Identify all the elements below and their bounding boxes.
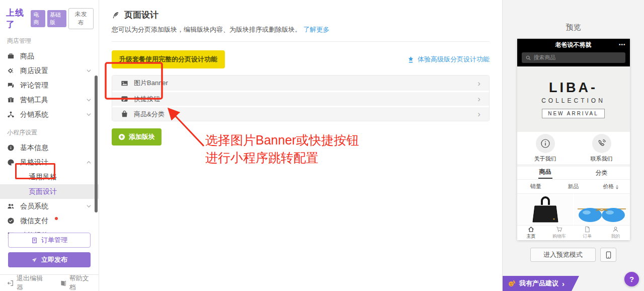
sidebar-item-label: 会员系统 [20,202,48,211]
sidebar-item-basic-info[interactable]: 基本信息 [0,140,99,155]
sidebar-item-products[interactable]: 商品 [0,49,99,63]
block-row-quick-buttons[interactable]: 快捷按钮 › [112,91,489,106]
badge-basic-plan: 基础版 [47,10,66,27]
block-list: 图片Banner › 快捷按钮 › 商品&分类 › [112,75,490,121]
order-doc-icon [584,226,591,233]
add-block-button[interactable]: 添加版块 [112,128,162,146]
image-icon [121,80,128,87]
shop-name: 老爸说不将就 [555,41,592,49]
learn-more-link[interactable]: 了解更多 [303,26,330,33]
cart-icon [556,226,562,233]
notification-dot [55,217,58,220]
enter-preview-mode-button[interactable]: 进入预览模式 [530,248,596,262]
feather-icon [112,11,120,19]
chevron-right-icon: › [562,279,565,288]
nav-profile: 我的 [602,226,630,240]
phone-outline-icon [606,251,611,259]
logo-row: 上线了 电商 基础版 未发布 [0,0,99,30]
exit-editor-label: 退出编辑器 [17,274,45,291]
sidebar-footer: 退出编辑器 帮助文档 [0,274,99,291]
trial-premium-link[interactable]: 体验高级版分页设计功能 [407,55,490,64]
sidebar-subitem-page-design[interactable]: 页面设计 [0,184,99,199]
annotation-text: 选择图片Banner或快捷按钮 进行小程序跳转配置 [205,131,359,167]
chevron-down-icon [86,68,92,74]
phone-icon [597,138,607,149]
product-image-sunglasses [574,194,629,225]
comments-icon [7,82,15,89]
section-label-store-management: 商店管理 [0,30,99,49]
tab-products: 商品 [517,167,574,179]
page-title: 页面设计 [124,9,158,21]
banner-tag: NEW ARRIVAL [542,109,605,118]
publish-now-label: 立即发布 [41,255,67,264]
help-docs-link[interactable]: 帮助文档 [60,274,92,291]
quick-button-label: 联系我们 [591,155,613,163]
sidebar-item-member-system[interactable]: 会员系统 [0,199,99,213]
order-management-label: 订单管理 [41,236,67,245]
annotation-line1: 选择图片Banner或快捷按钮 [205,131,359,149]
book-icon [60,280,66,286]
subtitle-text: 您可以为分页添加版块，编辑版块内容、为版块排序或删除版块。 [112,26,301,33]
chevron-down-icon [86,97,92,103]
sidebar-item-marketing-tools[interactable]: 营销工具 [0,93,99,107]
person-icon [612,226,619,233]
sort-sales: 销量 [517,183,555,190]
chevron-right-icon: › [477,110,480,118]
preview-panel: 预览 老爸说不将就 ••• 搜索商品 LIBA- COLLECTION NEW … [502,0,644,291]
nav-orders: 订单 [574,226,602,240]
product-suggestion-banner[interactable]: 我有产品建议 › [503,276,579,291]
sidebar-item-wechat-pay[interactable]: 微信支付 [0,213,99,228]
button-icon [121,95,128,103]
person-emoji-icon [508,279,516,287]
sidebar-item-label: 营销工具 [20,96,48,105]
network-icon [7,111,15,118]
sidebar-item-distribution-system[interactable]: 分销系统 [0,107,99,122]
help-button[interactable]: ? [624,272,639,286]
tab-categories: 分类 [574,167,630,179]
search-input: 搜索商品 [522,52,625,63]
unpublished-status-button[interactable]: 未发布 [68,8,94,29]
order-management-button[interactable]: 订单管理 [8,233,91,248]
sidebar-item-label: 基本信息 [20,143,48,153]
phone-view-button[interactable] [600,248,616,262]
check-circle-icon [7,217,15,225]
sort-new: 新品 [554,183,592,190]
upgrade-plan-button[interactable]: 升级套餐使用完整的分页设计功能 [112,50,225,68]
section-label-miniprogram-settings: 小程序设置 [0,122,99,140]
phone-mockup: 老爸说不将就 ••• 搜索商品 LIBA- COLLECTION NEW ARR… [517,39,630,240]
home-icon [528,226,534,233]
sort-arrows-icon [615,185,619,189]
block-row-image-banner[interactable]: 图片Banner › [112,76,489,91]
add-block-label: 添加版块 [129,132,155,141]
info-circle-icon [540,138,550,149]
handbag-image [528,196,563,225]
block-label: 商品&分类 [134,110,165,119]
quick-button-contact: 联系我们 [574,132,630,164]
premium-icon [407,56,415,63]
preview-title: 预览 [503,23,644,32]
quick-button-about: 关于我们 [517,132,574,164]
publish-now-button[interactable]: 立即发布 [8,252,91,267]
phone-header: 老爸说不将就 ••• [517,39,630,51]
page-subtitle: 您可以为分页添加版块，编辑版块内容、为版块排序或删除版块。 了解更多 [112,25,490,42]
menu-dots-icon: ••• [619,39,626,51]
sort-bar: 销量 新品 价格 [517,180,630,194]
sidebar-item-style-design[interactable]: 风格设计 [0,155,99,170]
block-row-products-categories[interactable]: 商品&分类 › [112,106,489,121]
sidebar-item-store-settings[interactable]: 商店设置 [0,63,99,78]
exit-editor-link[interactable]: 退出编辑器 [7,274,45,291]
banner-section: LIBA- COLLECTION NEW ARRIVAL [517,66,630,132]
sidebar-subitem-general-style[interactable]: 通用风格 [0,170,99,184]
gift-icon [7,96,15,104]
phone-bottom-nav: 主页 购物车 订单 我的 [517,225,630,240]
main-content: 页面设计 您可以为分页添加版块，编辑版块内容、为版块排序或删除版块。 了解更多 … [99,0,502,291]
sidebar-item-label: 风格设计 [20,158,48,167]
sidebar-scrollbar[interactable] [95,76,98,212]
sidebar-item-review-management[interactable]: 评论管理 [0,78,99,93]
sidebar-item-label: 评论管理 [20,81,48,90]
badge-ecommerce: 电商 [31,10,45,27]
sunglasses-image [577,205,627,225]
bag-icon [121,110,128,118]
info-icon [7,144,15,152]
users-icon [7,202,15,210]
